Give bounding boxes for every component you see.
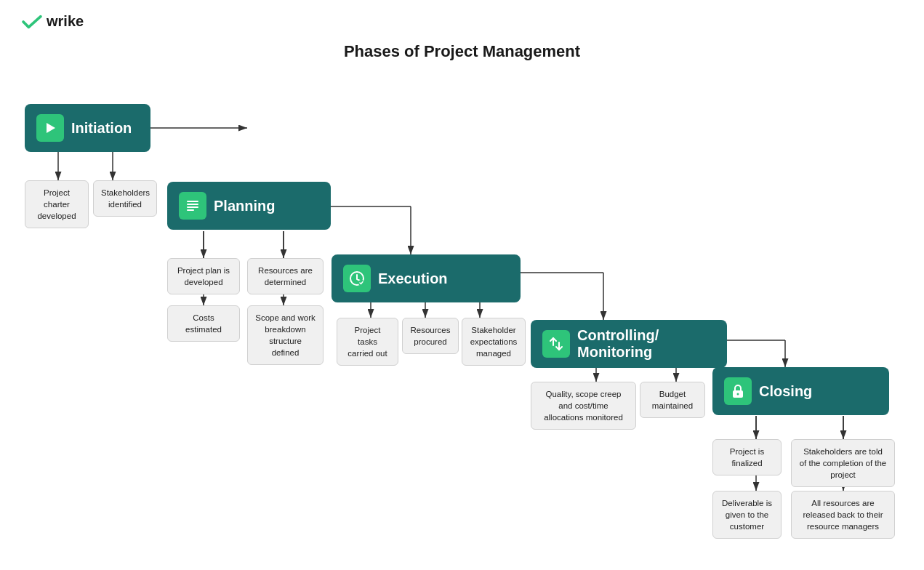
leaf-project-finalized: Project is finalized	[712, 439, 782, 475]
list-icon	[179, 192, 206, 220]
wrike-logo-icon	[22, 14, 42, 30]
svg-rect-27	[187, 209, 194, 211]
leaf-stakeholders-told: Stakeholders are told of the completion …	[791, 439, 895, 487]
leaf-project-tasks: Project tasks carried out	[337, 318, 398, 366]
leaf-project-plan: Project plan is developed	[167, 258, 240, 294]
leaf-project-charter: Project charter developed	[25, 180, 89, 228]
svg-rect-25	[187, 204, 198, 205]
check-clock-icon	[343, 265, 371, 292]
svg-point-31	[737, 393, 739, 396]
svg-marker-23	[47, 123, 55, 133]
leaf-stakeholders-identified: Stakeholders identified	[93, 180, 157, 217]
leaf-scope-breakdown: Scope and work breakdown structure defin…	[247, 305, 324, 365]
controlling-phase: Controlling/ Monitoring	[531, 320, 727, 368]
svg-rect-24	[187, 201, 198, 202]
leaf-quality-monitoring: Quality, scope creep and cost/time alloc…	[531, 382, 636, 430]
play-icon	[36, 114, 64, 142]
leaf-deliverable: Deliverable is given to the customer	[712, 491, 782, 539]
leaf-budget-maintained: Budget maintained	[640, 382, 705, 418]
svg-rect-26	[187, 206, 198, 208]
closing-phase: Closing	[712, 367, 889, 415]
arrows-icon	[542, 330, 570, 358]
leaf-resources-procured: Resources procured	[402, 318, 459, 354]
page-title: Phases of Project Management	[0, 42, 924, 61]
planning-phase: Planning	[167, 182, 331, 230]
leaf-costs-estimated: Costs estimated	[167, 305, 240, 342]
leaf-resources-determined: Resources are determined	[247, 258, 324, 294]
leaf-stakeholder-expectations: Stakeholder expectations managed	[462, 318, 526, 366]
initiation-phase: Initiation	[25, 104, 150, 152]
execution-phase: Execution	[332, 254, 521, 302]
logo-text: wrike	[47, 13, 84, 30]
logo: wrike	[22, 13, 84, 30]
lock-icon	[724, 377, 752, 405]
leaf-all-resources: All resources are released back to their…	[791, 491, 895, 539]
